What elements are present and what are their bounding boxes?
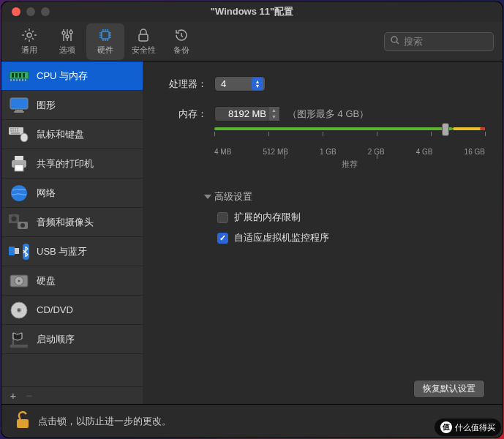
checkbox-icon <box>217 212 228 223</box>
sidebar-item-usb[interactable]: USB 与蓝牙 <box>1 237 143 266</box>
advanced-toggle[interactable]: 高级设置 <box>204 190 485 203</box>
processor-label: 处理器： <box>160 78 207 91</box>
printer-icon <box>9 154 29 174</box>
recommended-label: 推荐 <box>214 159 485 170</box>
toolbar-label: 选项 <box>59 45 75 56</box>
svg-rect-34 <box>10 345 28 348</box>
sidebar-item-mouse[interactable]: 鼠标和键盘 <box>1 120 143 149</box>
titlebar: "Windows 11"配置 <box>1 1 503 22</box>
tick-label: 1 GB <box>320 148 336 156</box>
chevron-down-icon <box>204 195 211 199</box>
add-button[interactable]: + <box>6 389 20 402</box>
toolbar-general[interactable]: 通用 <box>10 23 48 60</box>
sidebar-label: CD/DVD <box>37 304 73 315</box>
traffic-lights <box>1 7 50 16</box>
svg-rect-9 <box>15 73 18 78</box>
search-input[interactable]: 搜索 <box>384 32 494 51</box>
slider-track[interactable] <box>214 126 485 142</box>
minimize-icon[interactable] <box>26 7 35 16</box>
processor-value: 4 <box>221 78 226 89</box>
svg-point-1 <box>62 31 65 34</box>
svg-rect-19 <box>15 165 23 171</box>
svg-point-2 <box>66 35 69 38</box>
maximize-icon[interactable] <box>41 7 50 16</box>
close-icon[interactable] <box>12 7 20 16</box>
config-window: "Windows 11"配置 通用 选项 硬件 安全性 备份 搜索 <box>1 1 503 438</box>
sidebar-item-graphics[interactable]: 图形 <box>1 91 143 120</box>
sidebar-label: 图形 <box>37 99 56 112</box>
gear-icon <box>22 27 37 43</box>
svg-rect-11 <box>23 73 25 78</box>
memory-row: 内存： 8192 MB ▲▼ （图形最多 4 GB） <box>160 106 485 121</box>
watermark: 值 什么值得买 <box>435 419 501 436</box>
svg-point-3 <box>69 31 72 34</box>
search-icon <box>391 36 399 47</box>
checkbox-label: 自适应虚拟机监控程序 <box>234 231 329 244</box>
toolbar-hardware[interactable]: 硬件 <box>86 23 124 60</box>
processor-select[interactable]: 4 ▲▼ <box>214 76 266 91</box>
toolbar-security[interactable]: 安全性 <box>124 23 162 60</box>
lock-message: 点击锁，以防止进一步的更改。 <box>38 415 171 428</box>
tick-label: 4 MB <box>214 148 231 156</box>
svg-rect-10 <box>19 73 21 78</box>
checkbox-label: 扩展的内存限制 <box>234 211 301 224</box>
toolbar-label: 备份 <box>173 45 189 56</box>
lock-bar: 点击锁，以防止进一步的更改。 <box>1 404 503 438</box>
svg-point-0 <box>27 33 31 37</box>
toolbar-backup[interactable]: 备份 <box>162 23 200 60</box>
sidebar-label: 硬盘 <box>37 274 56 288</box>
chip-icon <box>98 27 113 43</box>
sidebar-label: 音频和摄像头 <box>37 216 94 229</box>
main-panel: 处理器： 4 ▲▼ 内存： 8192 MB ▲▼ （图形最多 4 GB） <box>143 61 503 404</box>
sidebar-label: 鼠标和键盘 <box>37 128 84 141</box>
sidebar-item-network[interactable]: 网络 <box>1 179 143 208</box>
sidebar-item-audio[interactable]: 音频和摄像头 <box>1 208 143 237</box>
svg-rect-25 <box>9 247 15 255</box>
adaptive-hypervisor-checkbox[interactable]: 自适应虚拟机监控程序 <box>217 231 485 244</box>
sidebar-item-hdd[interactable]: 硬盘 <box>1 266 143 296</box>
sidebar-item-boot[interactable]: 启动顺序 <box>1 325 143 354</box>
sidebar-label: 共享的打印机 <box>37 157 94 170</box>
chevron-updown-icon: ▲▼ <box>252 78 263 90</box>
sidebar-label: CPU 与内存 <box>37 70 88 83</box>
svg-rect-14 <box>14 111 24 113</box>
svg-point-6 <box>391 37 397 42</box>
svg-point-30 <box>18 279 20 282</box>
memory-stepper[interactable]: ▲▼ <box>268 107 279 121</box>
toolbar-options[interactable]: 选项 <box>48 23 86 60</box>
monitor-icon <box>9 95 29 116</box>
sidebar-label: 网络 <box>37 187 56 200</box>
slider-knob[interactable] <box>442 123 449 136</box>
memory-label: 内存： <box>160 108 207 121</box>
sidebar-item-printers[interactable]: 共享的打印机 <box>1 149 143 179</box>
sidebar-label: 启动顺序 <box>37 333 75 346</box>
content-body: CPU 与内存 图形 鼠标和键盘 共享的打印机 网络 音频和摄像头 <box>1 61 503 404</box>
slider-labels: 4 MB 512 MB 1 GB 2 GB 4 GB 16 GB <box>214 148 485 156</box>
advanced-label: 高级设置 <box>214 190 252 203</box>
restore-button[interactable]: 恢复默认设置 <box>413 380 485 398</box>
clock-back-icon <box>174 27 189 43</box>
remove-button[interactable]: − <box>22 389 37 402</box>
svg-rect-4 <box>102 31 109 39</box>
checkbox-icon <box>217 233 228 244</box>
keyboard-mouse-icon <box>9 124 29 145</box>
memory-note: （图形最多 4 GB） <box>287 108 369 121</box>
memory-input[interactable]: 8192 MB ▲▼ <box>214 106 280 121</box>
svg-point-24 <box>20 223 25 228</box>
svg-rect-13 <box>15 110 23 111</box>
toolbar-label: 硬件 <box>97 45 113 56</box>
lock-open-icon[interactable] <box>15 410 31 432</box>
svg-point-33 <box>18 309 20 311</box>
svg-rect-5 <box>139 34 148 41</box>
watermark-logo: 值 <box>440 421 452 433</box>
usb-bluetooth-icon <box>9 241 29 262</box>
svg-rect-35 <box>17 419 29 428</box>
watermark-text: 什么值得买 <box>455 422 495 433</box>
flag-icon <box>9 329 29 350</box>
sidebar-item-cpu[interactable]: CPU 与内存 <box>1 61 143 91</box>
sidebar-item-cddvd[interactable]: CD/DVD <box>1 296 143 325</box>
svg-rect-17 <box>15 156 23 160</box>
restore-defaults: 恢复默认设置 <box>413 380 485 398</box>
extended-memory-checkbox[interactable]: 扩展的内存限制 <box>217 211 485 224</box>
hdd-icon <box>9 271 29 291</box>
